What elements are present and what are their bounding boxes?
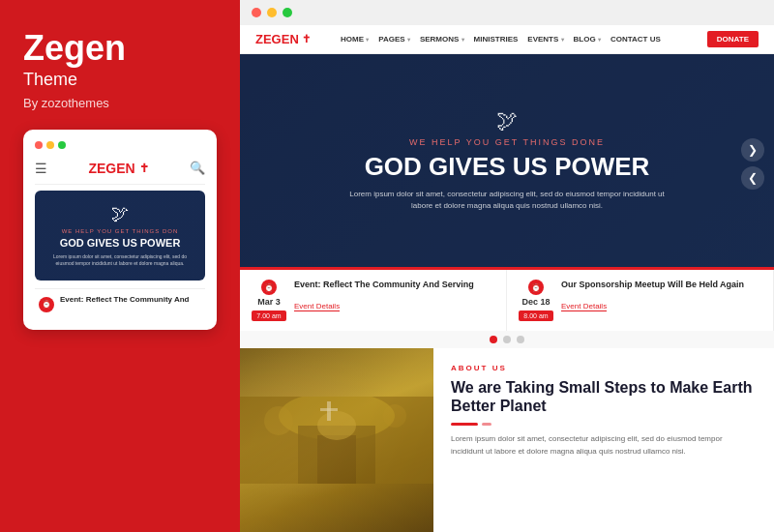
nav-ministries[interactable]: MINISTRIES — [474, 35, 519, 44]
blog-arrow-icon: ▾ — [598, 37, 601, 43]
nav-links: HOME ▾ PAGES ▾ SERMONS ▾ MINISTRIES EVEN… — [341, 35, 700, 44]
event-date-1: Mar 3 — [257, 297, 281, 307]
event-date-block-2: ⏰ Dec 18 8.00 am — [519, 280, 553, 321]
event-details-link-1[interactable]: Event Details — [294, 302, 340, 311]
donate-button[interactable]: DONATE — [707, 31, 759, 47]
site-logo-text: ZEGEN — [255, 32, 299, 46]
event-time-badge-1: 7.00 am — [252, 310, 285, 321]
sermons-arrow-icon: ▾ — [461, 37, 464, 43]
events-arrow-icon: ▾ — [561, 37, 564, 43]
svg-rect-3 — [317, 435, 356, 484]
event-card-1: ⏰ Mar 3 7.00 am Event: Reflect The Commu… — [240, 270, 507, 331]
site-navbar: ZEGEN ✝ HOME ▾ PAGES ▾ SERMONS ▾ MINISTR… — [240, 25, 774, 54]
event-clock-icon-2: ⏰ — [528, 280, 544, 295]
site-logo: ZEGEN ✝ — [255, 32, 323, 46]
event-clock-icon-1: ⏰ — [261, 280, 277, 295]
about-section: ABOUT US We are Taking Small Steps to Ma… — [433, 348, 774, 532]
mobile-hero-title: GOD GIVES US POWER — [45, 237, 195, 250]
about-body-text: Lorem ipsum dolor sit amet, consectetur … — [451, 433, 757, 458]
hero-title: GOD GIVES US POWER — [365, 153, 650, 181]
hero-subtitle: WE HELP YOU GET THINGS DONE — [409, 137, 605, 147]
hero-next-arrow[interactable]: ❯ — [741, 138, 764, 162]
slider-dot-3[interactable] — [517, 336, 524, 343]
church-image — [240, 348, 433, 532]
dot-yellow — [46, 141, 54, 149]
mobile-window-dots — [35, 141, 205, 149]
event-details-link-2[interactable]: Event Details — [561, 302, 607, 311]
mobile-event-title: Event: Reflect The Community And — [60, 295, 190, 305]
nav-contact[interactable]: CONTACT US — [610, 35, 661, 44]
nav-blog[interactable]: BLOG ▾ — [574, 35, 601, 44]
mobile-logo: ZEGEN ✝ — [88, 161, 148, 176]
mobile-logo-cross: ✝ — [139, 162, 149, 175]
events-strip: ⏰ Mar 3 7.00 am Event: Reflect The Commu… — [240, 267, 774, 331]
svg-point-8 — [383, 404, 406, 428]
church-image-inner — [240, 348, 433, 532]
mobile-search-icon[interactable]: 🔍 — [190, 161, 205, 175]
dot-green — [58, 141, 66, 149]
svg-rect-6 — [320, 408, 338, 411]
nav-home[interactable]: HOME ▾ — [341, 35, 369, 44]
mobile-navbar: ☰ ZEGEN ✝ 🔍 — [35, 157, 205, 185]
slider-dot-2[interactable] — [503, 336, 511, 343]
mobile-hero: 🕊 WE HELP YOU GET THINGS DON GOD GIVES U… — [35, 191, 205, 281]
svg-point-7 — [264, 406, 293, 435]
browser-dot-green[interactable] — [283, 8, 292, 17]
sidebar: Zegen Theme By zozothemes ☰ ZEGEN ✝ 🔍 🕊 … — [0, 0, 240, 532]
nav-pages[interactable]: PAGES ▾ — [378, 35, 410, 44]
event-title-2: Our Sponsorship Meetup Will Be Held Agai… — [561, 280, 761, 291]
nav-sermons[interactable]: SERMONS ▾ — [420, 35, 464, 44]
hero-prev-arrow[interactable]: ❮ — [741, 166, 764, 190]
browser-chrome — [240, 0, 774, 25]
slider-dot-1[interactable] — [490, 336, 497, 343]
mobile-event-item: ⏰ Event: Reflect The Community And — [35, 288, 205, 318]
event-card-2: ⏰ Dec 18 8.00 am Our Sponsorship Meetup … — [507, 270, 774, 331]
event-info-2: Our Sponsorship Meetup Will Be Held Agai… — [561, 280, 761, 312]
svg-point-4 — [317, 411, 356, 440]
dot-red — [35, 141, 43, 149]
home-arrow-icon: ▾ — [366, 37, 369, 43]
main-area: ZEGEN ✝ HOME ▾ PAGES ▾ SERMONS ▾ MINISTR… — [240, 0, 774, 532]
about-label: ABOUT US — [451, 364, 757, 372]
hamburger-icon[interactable]: ☰ — [35, 161, 47, 176]
slider-dots — [240, 331, 774, 348]
hero-body-text: Lorem ipsum dolor sit amet, consectetur … — [342, 189, 671, 214]
mobile-bird-icon: 🕊 — [45, 204, 195, 224]
sidebar-title: Zegen — [23, 29, 217, 68]
sidebar-subtitle: Theme — [23, 70, 217, 90]
about-divider — [451, 423, 757, 426]
mobile-event-clock-icon: ⏰ — [39, 297, 54, 312]
bottom-content-row: ABOUT US We are Taking Small Steps to Ma… — [240, 348, 774, 532]
sidebar-author: By zozothemes — [23, 96, 217, 110]
pages-arrow-icon: ▾ — [407, 37, 410, 43]
mobile-preview-card: ☰ ZEGEN ✝ 🔍 🕊 WE HELP YOU GET THINGS DON… — [23, 130, 217, 330]
hero-bird-icon: 🕊 — [496, 108, 518, 133]
mobile-hero-text: Lorem ipsum dolor sit amet, consectetur … — [45, 253, 195, 267]
event-title-1: Event: Reflect The Community And Serving — [294, 280, 494, 291]
website-view: ZEGEN ✝ HOME ▾ PAGES ▾ SERMONS ▾ MINISTR… — [240, 25, 774, 532]
nav-events[interactable]: EVENTS ▾ — [527, 35, 563, 44]
event-info-1: Event: Reflect The Community And Serving… — [294, 280, 494, 312]
event-date-block-1: ⏰ Mar 3 7.00 am — [252, 280, 286, 321]
browser-dot-yellow[interactable] — [267, 8, 277, 17]
hero-section: 🕊 WE HELP YOU GET THINGS DONE GOD GIVES … — [240, 54, 774, 267]
mobile-hero-subtitle: WE HELP YOU GET THINGS DON — [45, 228, 195, 234]
event-time-badge-2: 8.00 am — [519, 310, 552, 321]
event-date-2: Dec 18 — [521, 297, 550, 307]
divider-bar-2 — [482, 423, 491, 426]
browser-dot-red[interactable] — [252, 8, 261, 17]
divider-bar-1 — [451, 423, 478, 426]
about-title: We are Taking Small Steps to Make Earth … — [451, 378, 757, 415]
site-logo-cross-icon: ✝ — [302, 33, 311, 45]
